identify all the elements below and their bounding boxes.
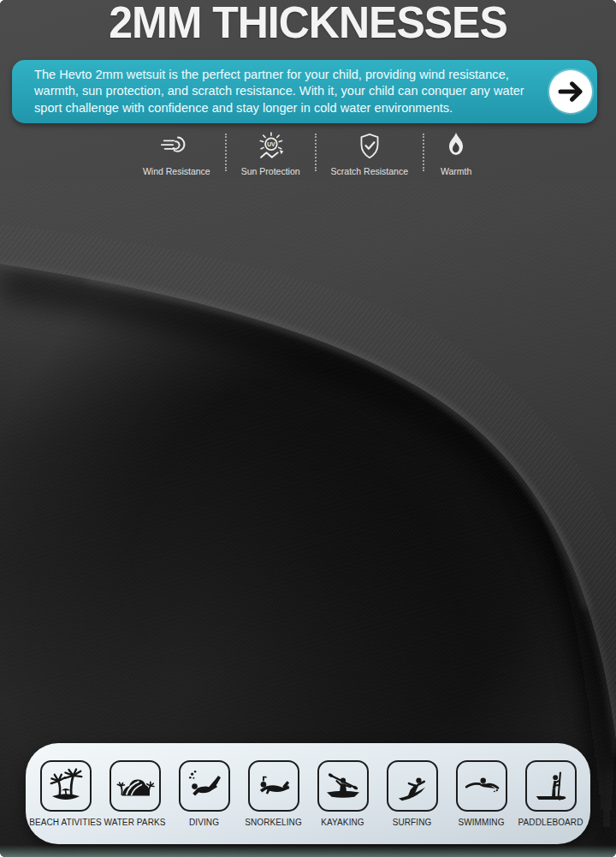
dotted-divider bbox=[315, 134, 317, 171]
activity-kayaking: KAYAKING bbox=[308, 760, 377, 827]
activity-paddleboard: PADDLEBOARD bbox=[516, 760, 585, 827]
shield-check-icon bbox=[352, 129, 387, 164]
palm-island-icon bbox=[40, 760, 92, 812]
dotted-divider bbox=[225, 134, 227, 171]
right-arrow-icon bbox=[554, 75, 587, 108]
surfer-icon bbox=[387, 760, 438, 812]
page-title: 2MM THICKNESSES bbox=[0, 1, 616, 44]
activity-label: SNORKELING bbox=[245, 818, 302, 827]
activity-snorkeling: SNORKELING bbox=[239, 760, 308, 827]
banner-text: The Hevto 2mm wetsuit is the perfect par… bbox=[34, 67, 542, 117]
feature-row: Wind Resistance UV Sun Protection bbox=[0, 129, 616, 176]
svg-text:UV: UV bbox=[267, 141, 275, 147]
next-arrow-button[interactable] bbox=[549, 70, 592, 113]
activity-label: PADDLEBOARD bbox=[518, 818, 583, 827]
paddleboard-icon bbox=[525, 760, 577, 812]
activity-surfing: SURFING bbox=[377, 760, 447, 827]
snorkeler-icon bbox=[248, 760, 299, 812]
feature-label: Wind Resistance bbox=[143, 166, 210, 176]
activity-label: KAYAKING bbox=[321, 818, 364, 827]
scuba-diver-icon bbox=[179, 760, 230, 812]
activity-beach: BEACH ATIVITIES bbox=[31, 760, 100, 827]
flame-icon bbox=[439, 129, 473, 164]
feature-label: Sun Protection bbox=[241, 166, 300, 176]
wetsuit-thickness-poster: 2MM THICKNESSES The Hevto 2mm wetsuit is… bbox=[0, 0, 616, 857]
activity-swimming: SWIMMING bbox=[447, 760, 516, 827]
feature-label: Warmth bbox=[441, 166, 471, 176]
activity-water-parks: WATER PARKS bbox=[100, 760, 169, 827]
uv-sun-protection-icon: UV bbox=[252, 129, 289, 164]
feature-wind-resistance: Wind Resistance bbox=[128, 129, 225, 176]
activity-label: SWIMMING bbox=[458, 818, 504, 827]
activity-label: BEACH ATIVITIES bbox=[29, 818, 102, 827]
activity-label: WATER PARKS bbox=[104, 818, 165, 827]
description-banner: The Hevto 2mm wetsuit is the perfect par… bbox=[12, 60, 597, 123]
feature-label: Scratch Resistance bbox=[331, 166, 408, 176]
activity-diving: DIVING bbox=[169, 760, 239, 827]
feature-scratch-resistance: Scratch Resistance bbox=[317, 129, 423, 176]
activity-bar: BEACH ATIVITIES WATER PARK bbox=[26, 743, 590, 844]
water-slide-icon bbox=[110, 760, 161, 812]
feature-warmth: Warmth bbox=[424, 129, 488, 176]
dotted-divider bbox=[423, 134, 424, 171]
wind-resistance-icon bbox=[157, 129, 196, 164]
activity-label: SURFING bbox=[393, 818, 432, 827]
swimmer-icon bbox=[456, 760, 507, 812]
kayak-icon bbox=[317, 760, 369, 812]
activity-label: DIVING bbox=[189, 818, 219, 827]
feature-sun-protection: UV Sun Protection bbox=[227, 129, 315, 176]
